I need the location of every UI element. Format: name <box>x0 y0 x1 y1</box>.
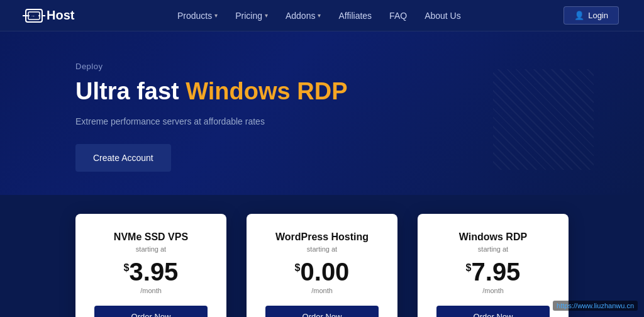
order-now-wp-button[interactable]: Order Now <box>265 306 379 317</box>
card-nvme-ssd-vps: NVMe SSD VPS starting at $ 3.95 /month O… <box>75 214 226 317</box>
nav-link-affiliates[interactable]: Affiliates <box>338 11 372 21</box>
card-amount-rdp: 7.95 <box>472 259 521 284</box>
nav-item-addons[interactable]: Addons ▾ <box>286 11 321 21</box>
card-starting-nvme: starting at <box>94 245 208 253</box>
card-starting-wp: starting at <box>265 245 379 253</box>
hero-title-highlight: Windows RDP <box>186 78 347 104</box>
user-icon: 👤 <box>574 11 584 20</box>
brand-name: Host <box>47 8 74 23</box>
card-price-rdp: $ 7.95 <box>436 259 550 284</box>
card-amount-wp: 0.00 <box>301 259 350 284</box>
nav-link-about[interactable]: About Us <box>425 11 461 21</box>
navbar: → Host Products ▾ Pricing ▾ Addons ▾ Aff… <box>0 0 644 31</box>
create-account-button[interactable]: Create Account <box>75 144 171 172</box>
card-title-nvme: NVMe SSD VPS <box>94 231 208 243</box>
card-amount-nvme: 3.95 <box>130 259 179 284</box>
nav-links: Products ▾ Pricing ▾ Addons ▾ Affiliates… <box>177 11 461 21</box>
card-price-nvme: $ 3.95 <box>94 259 208 284</box>
order-now-rdp-button[interactable]: Order Now <box>436 306 550 317</box>
nav-item-pricing[interactable]: Pricing ▾ <box>235 11 268 21</box>
order-now-nvme-button[interactable]: Order Now <box>94 306 208 317</box>
card-windows-rdp: Windows RDP starting at $ 7.95 /month Or… <box>418 214 569 317</box>
card-period-nvme: /month <box>94 287 208 294</box>
deploy-label: Deploy <box>75 62 644 71</box>
card-price-wp: $ 0.00 <box>265 259 379 284</box>
hero-section: Deploy Ultra fast Windows RDP Extreme pe… <box>0 31 644 195</box>
card-dollar-nvme: $ <box>124 263 130 273</box>
watermark: https://www.liuzhanwu.cn <box>553 301 638 311</box>
login-button[interactable]: 👤 Login <box>564 6 619 25</box>
nav-link-pricing[interactable]: Pricing ▾ <box>235 11 268 21</box>
chevron-down-icon: ▾ <box>214 12 218 19</box>
card-title-wp: WordPress Hosting <box>265 231 379 243</box>
nav-item-affiliates[interactable]: Affiliates <box>338 11 372 21</box>
hero-title: Ultra fast Windows RDP <box>75 77 644 106</box>
nav-link-addons[interactable]: Addons ▾ <box>286 11 321 21</box>
logo[interactable]: → Host <box>25 8 74 23</box>
nav-item-about[interactable]: About Us <box>425 11 461 21</box>
nav-link-faq[interactable]: FAQ <box>389 11 407 21</box>
card-period-wp: /month <box>265 287 379 294</box>
card-wordpress-hosting: WordPress Hosting starting at $ 0.00 /mo… <box>247 214 397 317</box>
card-dollar-wp: $ <box>295 263 301 273</box>
nav-item-products[interactable]: Products ▾ <box>177 11 218 21</box>
chevron-down-icon: ▾ <box>318 12 321 19</box>
card-dollar-rdp: $ <box>466 263 472 273</box>
svg-text:→: → <box>30 13 35 19</box>
card-title-rdp: Windows RDP <box>436 231 550 243</box>
nav-link-products[interactable]: Products ▾ <box>177 11 218 21</box>
nav-item-faq[interactable]: FAQ <box>389 11 407 21</box>
card-starting-rdp: starting at <box>436 245 550 253</box>
card-period-rdp: /month <box>436 287 550 294</box>
logo-icon: → <box>25 9 43 23</box>
pricing-cards-section: NVMe SSD VPS starting at $ 3.95 /month O… <box>0 195 644 317</box>
chevron-down-icon: ▾ <box>265 12 268 19</box>
hero-subtitle: Extreme performance servers at affordabl… <box>75 116 644 126</box>
hero-title-prefix: Ultra fast <box>75 78 186 104</box>
